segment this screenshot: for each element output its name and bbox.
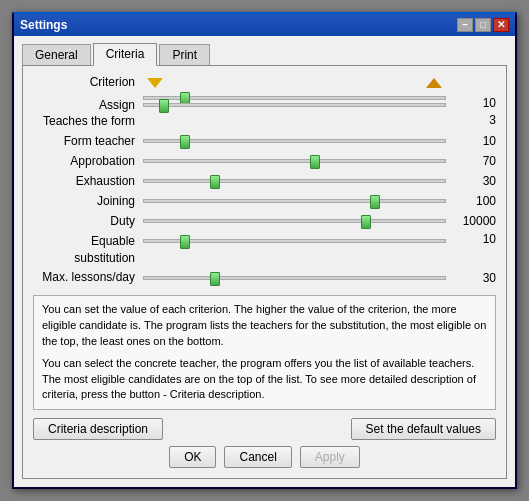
value-joining: 100 xyxy=(446,194,496,208)
sliders-assign xyxy=(143,96,446,107)
apply-button[interactable]: Apply xyxy=(300,446,360,468)
slider-teaches-container xyxy=(143,103,446,107)
slider-form-teacher-container xyxy=(143,132,446,150)
value-max-lessons: 30 xyxy=(446,271,496,285)
slider-joining-container xyxy=(143,192,446,210)
label-duty: Duty xyxy=(33,213,143,230)
slider-duty-thumb[interactable] xyxy=(361,215,371,229)
set-default-button[interactable]: Set the default values xyxy=(351,418,496,440)
tab-criteria[interactable]: Criteria xyxy=(93,43,158,66)
row-assign: Assign Teaches the form xyxy=(33,96,496,131)
row-form-teacher: Form teacher 10 xyxy=(33,132,496,150)
title-bar: Settings – □ ✕ xyxy=(14,14,515,36)
slider-equable-track xyxy=(143,239,446,243)
bottom-row-1: Criteria description Set the default val… xyxy=(33,418,496,440)
tab-content-criteria: Criterion Assign Teaches the form xyxy=(22,65,507,480)
criteria-description-button[interactable]: Criteria description xyxy=(33,418,163,440)
slider-exhaustion-container xyxy=(143,172,446,190)
value-approbation: 70 xyxy=(446,154,496,168)
values-assign: 10 3 xyxy=(446,96,496,127)
settings-window: Settings – □ ✕ General Criteria Print Cr… xyxy=(12,12,517,490)
row-joining: Joining 100 xyxy=(33,192,496,210)
slider-assign-track xyxy=(143,96,446,100)
maximize-button[interactable]: □ xyxy=(475,18,491,32)
label-approbation: Approbation xyxy=(33,153,143,170)
row-exhaustion: Exhaustion 30 xyxy=(33,172,496,190)
tab-bar: General Criteria Print xyxy=(22,42,507,65)
slider-assign-container xyxy=(143,96,446,100)
value-exhaustion: 30 xyxy=(446,174,496,188)
slider-equable-thumb[interactable] xyxy=(180,235,190,249)
row-duty: Duty 10000 xyxy=(33,212,496,230)
label-equable: Equable substitution xyxy=(33,232,143,267)
window-title: Settings xyxy=(20,18,67,32)
slider-approbation-thumb[interactable] xyxy=(310,155,320,169)
value-form-teacher: 10 xyxy=(446,134,496,148)
slider-max-lessons-container xyxy=(143,269,446,287)
close-button[interactable]: ✕ xyxy=(493,18,509,32)
description-text-1: You can set the value of each criterion.… xyxy=(42,302,487,350)
cancel-button[interactable]: Cancel xyxy=(224,446,291,468)
criterion-header-row: Criterion xyxy=(33,74,496,92)
value-assign: 10 xyxy=(452,96,496,110)
slider-joining-thumb[interactable] xyxy=(370,195,380,209)
value-duty: 10000 xyxy=(446,214,496,228)
criterion-header-label: Criterion xyxy=(33,74,143,91)
tab-print[interactable]: Print xyxy=(159,44,210,66)
slider-equable-container xyxy=(143,232,446,250)
slider-form-teacher-thumb[interactable] xyxy=(180,135,190,149)
slider-exhaustion-thumb[interactable] xyxy=(210,175,220,189)
label-exhaustion: Exhaustion xyxy=(33,173,143,190)
slider-teaches-track xyxy=(143,103,446,107)
label-assign: Assign Teaches the form xyxy=(33,96,143,131)
slider-exhaustion-track xyxy=(143,179,446,183)
label-joining: Joining xyxy=(33,193,143,210)
slider-duty-track xyxy=(143,219,446,223)
slider-form-teacher-track xyxy=(143,139,446,143)
value-teaches: 3 xyxy=(452,113,496,127)
slider-max-lessons-thumb[interactable] xyxy=(210,272,220,286)
ok-button[interactable]: OK xyxy=(169,446,216,468)
row-max-lessons: Max. lessons/day 30 xyxy=(33,269,496,287)
sort-down-arrow-icon[interactable] xyxy=(147,78,163,88)
window-body: General Criteria Print Criterion Assign xyxy=(14,36,515,488)
description-box: You can set the value of each criterion.… xyxy=(33,295,496,411)
slider-duty-container xyxy=(143,212,446,230)
slider-max-lessons-track xyxy=(143,276,446,280)
description-text-2: You can select the concrete teacher, the… xyxy=(42,356,487,404)
bottom-row-2: OK Cancel Apply xyxy=(33,446,496,468)
slider-approbation-container xyxy=(143,152,446,170)
value-equable: 10 xyxy=(446,232,496,246)
window-controls: – □ ✕ xyxy=(457,18,509,32)
minimize-button[interactable]: – xyxy=(457,18,473,32)
slider-teaches-thumb[interactable] xyxy=(159,99,169,113)
label-form-teacher: Form teacher xyxy=(33,133,143,150)
sort-up-arrow-icon[interactable] xyxy=(426,78,442,88)
label-max-lessons: Max. lessons/day xyxy=(33,269,143,286)
criterion-arrow-container xyxy=(143,74,446,92)
row-approbation: Approbation 70 xyxy=(33,152,496,170)
tab-general[interactable]: General xyxy=(22,44,91,66)
slider-joining-track xyxy=(143,199,446,203)
row-equable: Equable substitution 10 xyxy=(33,232,496,267)
slider-approbation-track xyxy=(143,159,446,163)
